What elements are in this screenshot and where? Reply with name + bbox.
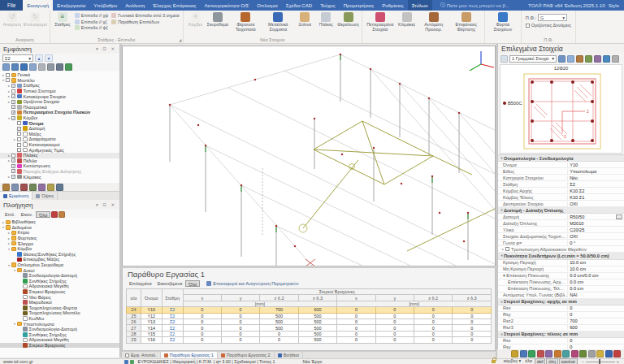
- sub-column-header[interactable]: z δ.3: [453, 295, 492, 301]
- property-value[interactable]: Κ10.Σ1: [567, 195, 624, 200]
- property-value[interactable]: 0: [567, 312, 624, 317]
- property-value[interactable]: Νέο: [567, 176, 624, 180]
- sub-column-header[interactable]: z δ.3: [298, 295, 336, 301]
- property-value[interactable]: 0: [567, 338, 624, 343]
- ribbon-tab[interactable]: Τεύχος: [316, 0, 339, 11]
- levels-button[interactable]: ≡Στάθμες: [52, 11, 73, 28]
- quick-tool-icon[interactable]: [554, 350, 561, 358]
- filter-tool-icon[interactable]: [58, 211, 65, 218]
- tree-item[interactable]: ▾Οπλισμένο Σκυρόδεμα: [0, 262, 119, 268]
- element-name-cell[interactable]: Y14: [141, 325, 162, 331]
- level-cell[interactable]: Σ2: [162, 337, 183, 343]
- horizontal-forces-row[interactable]: Οριζόντιες Δυνάμεις: [526, 23, 571, 28]
- property-value[interactable]: R50/50...: [567, 214, 624, 219]
- value-cell[interactable]: 0: [375, 337, 414, 343]
- property-row[interactable]: Μη Κρίσιμη Περιοχή10.0 cm: [498, 266, 624, 273]
- selection-type-combo[interactable]: 1 Γραμμικό Στοιχεί▾: [509, 55, 557, 63]
- property-row[interactable]: Rsx0: [498, 338, 624, 344]
- tree-item[interactable]: ▸Έλεγχοι: [0, 240, 119, 246]
- quick-tool-icon[interactable]: [562, 350, 570, 358]
- tell-me-search[interactable]: ⓘ Πείτε μου πως μπορώ να β...: [440, 0, 509, 11]
- value-cell[interactable]: 0: [337, 331, 375, 336]
- property-row[interactable]: Γωνία φ=0 °: [498, 240, 624, 246]
- panel-window-icons[interactable]: ▾ ⊡ ✕: [96, 202, 116, 207]
- display-tool-icon[interactable]: [20, 184, 28, 191]
- property-value[interactable]: 0 °: [567, 240, 624, 245]
- value-cell[interactable]: 0: [453, 313, 492, 318]
- filter-button[interactable]: Επιλ.: [2, 211, 18, 218]
- style-menu[interactable]: Style: [609, 0, 624, 11]
- value-cell[interactable]: 0: [221, 331, 259, 336]
- snap-option-button[interactable]: όλη: [546, 358, 558, 364]
- row-number-cell[interactable]: 27: [127, 325, 141, 331]
- property-section-header[interactable]: ▾Ονοματολογία - Συνδεσμολογία: [498, 155, 624, 162]
- level-cell[interactable]: Σ2: [162, 331, 183, 336]
- property-row[interactable]: Κρίσιμη Περιοχή10.0 cm: [498, 260, 624, 266]
- value-cell[interactable]: 0: [453, 331, 492, 336]
- property-row[interactable]: Επέκταση Πύκνωσης, Αρχ...0.0 cm: [498, 280, 624, 286]
- property-value[interactable]: 700: [567, 318, 624, 323]
- tree-item[interactable]: ▾Υποστυλώματα: [0, 321, 119, 327]
- view-mode-icon[interactable]: [2, 63, 10, 71]
- horizontal-forces-checkbox[interactable]: [526, 24, 530, 28]
- value-cell[interactable]: 0: [183, 337, 221, 343]
- value-cell[interactable]: 0: [453, 318, 492, 324]
- zoom-in-icon[interactable]: +: [617, 359, 619, 364]
- sub-column-header[interactable]: y: [375, 295, 414, 301]
- fem-slabs-button[interactable]: Πεπερασμένα Στοιχεία Πλακών: [364, 11, 396, 32]
- quick-tool-icon[interactable]: [613, 350, 621, 358]
- stairs-button[interactable]: Κλίμακες: [396, 11, 418, 28]
- property-value[interactable]: C20/25: [567, 228, 624, 232]
- quick-tool-icon[interactable]: [596, 350, 604, 358]
- tree-item[interactable]: ▾Κόμβοι: [0, 246, 119, 252]
- quick-tool-icon[interactable]: [537, 350, 544, 358]
- value-cell[interactable]: 500: [260, 325, 298, 331]
- concrete-button[interactable]: Σκυρόδεμα: [206, 11, 230, 28]
- view-mode-icon[interactable]: [38, 63, 46, 71]
- quick-tool-icon[interactable]: [605, 350, 613, 358]
- visibility-checkbox[interactable]: [6, 78, 10, 82]
- tree-item[interactable]: ✓Πεπερασμένα Στοιχεία Πλακών: [0, 110, 119, 115]
- tree-item[interactable]: Αδρανειακά Μεγέθη: [0, 337, 119, 343]
- table-filter-button[interactable]: Εικονιζόμενα: [155, 280, 185, 287]
- property-row[interactable]: Rsz2700: [498, 318, 624, 325]
- auto-steel-buildings-button[interactable]: Αυτόματη Προσομ. Μεταλλικών Κτηρίων: [418, 11, 450, 32]
- visibility-checkbox[interactable]: [17, 148, 21, 152]
- filter-tool-icon[interactable]: [51, 211, 58, 218]
- zoom-out-icon[interactable]: −: [582, 359, 584, 364]
- view-mode-icon[interactable]: [29, 63, 37, 71]
- value-cell[interactable]: 0: [414, 318, 452, 324]
- snap-option-button[interactable]: κόμβος ▾: [502, 358, 523, 364]
- tree-item[interactable]: Συνθήκες Στήριξης: [0, 332, 119, 337]
- steel-composite-button[interactable]: Μεταλλικά Σύμμικτα: [262, 11, 294, 32]
- tree-item[interactable]: ✓Περιοχές Ελέγχου Διάτρησης: [0, 169, 119, 175]
- property-value[interactable]: Υποστύλωμα: [567, 169, 624, 174]
- value-cell[interactable]: 0: [260, 337, 298, 343]
- element-name-cell[interactable]: Y12: [141, 313, 162, 318]
- status-icon[interactable]: [124, 360, 128, 364]
- property-row[interactable]: Rsz3600: [498, 325, 624, 332]
- value-cell[interactable]: 500: [298, 331, 336, 336]
- tree-item[interactable]: ▸Φορτίσεις: [0, 236, 119, 241]
- snap-option-button[interactable]: όλα: [523, 358, 534, 364]
- property-row[interactable]: ΔιατομήR50/50...: [498, 214, 624, 220]
- value-cell[interactable]: 0: [221, 325, 259, 331]
- sub-column-header[interactable]: z δ.2: [260, 295, 298, 301]
- property-value[interactable]: 0.0 cm: [567, 280, 624, 284]
- tree-item[interactable]: Ίδιο Βάρος: [0, 294, 119, 300]
- value-cell[interactable]: 600: [298, 307, 336, 313]
- property-row[interactable]: ΕίδοςΥποστύλωμα: [498, 168, 624, 175]
- table-row[interactable]: 26Y13Σ2005005000000: [127, 318, 492, 324]
- load-case-combo[interactable]: G▾: [538, 14, 567, 21]
- value-cell[interactable]: 500: [298, 325, 336, 331]
- panel-window-icons[interactable]: ▾ ⊡ ✕: [96, 46, 116, 51]
- tree-item[interactable]: Αδρανειακά Μεγέθη: [0, 284, 119, 289]
- visibility-checkbox[interactable]: ✓: [11, 110, 15, 115]
- tree-item[interactable]: Αριθμητικές Τιμές: [0, 147, 119, 153]
- zoom-slider[interactable]: − +: [582, 359, 619, 364]
- display-tool-icon[interactable]: [2, 184, 10, 191]
- select-arrow-icon[interactable]: [500, 55, 508, 63]
- quick-tool-icon[interactable]: [528, 350, 535, 358]
- zoom-track[interactable]: [586, 362, 615, 362]
- value-cell[interactable]: 0: [221, 307, 259, 313]
